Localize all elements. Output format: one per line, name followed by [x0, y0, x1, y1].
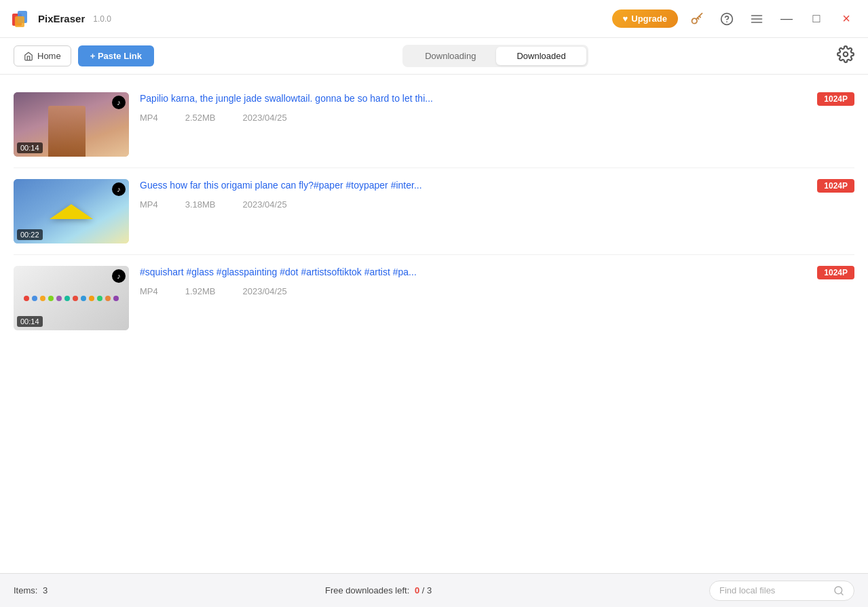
- video-meta: MP4 1.92MB 2023/04/25: [140, 286, 854, 296]
- items-count: 3: [43, 585, 48, 595]
- video-duration: 00:14: [17, 142, 43, 153]
- platform-badge: ♪: [112, 96, 126, 109]
- tab-group: Downloading Downloaded: [402, 45, 588, 67]
- close-button[interactable]: ×: [835, 8, 857, 30]
- tab-downloaded[interactable]: Downloaded: [496, 47, 586, 65]
- home-button[interactable]: Home: [14, 45, 71, 66]
- content-area: 00:14 ♪ Papilio karna, the jungle jade s…: [0, 75, 868, 573]
- video-info: Guess how far this origami plane can fly…: [140, 179, 854, 210]
- video-item: 00:14 ♪ #squishart #glass #glasspainting…: [14, 255, 854, 341]
- video-date: 2023/04/25: [243, 199, 287, 210]
- downloads-total: 3: [427, 585, 432, 595]
- platform-badge: ♪: [112, 182, 126, 196]
- video-title-row: Guess how far this origami plane can fly…: [140, 179, 854, 193]
- maximize-icon: □: [813, 12, 820, 26]
- titlebar: PixEraser 1.0.0 ♥ Upgrade: [0, 0, 868, 38]
- svg-point-9: [844, 52, 848, 56]
- paste-link-button[interactable]: + Paste Link: [78, 45, 154, 66]
- resolution-badge: 1024P: [817, 179, 854, 193]
- video-format: MP4: [140, 113, 158, 123]
- tiktok-icon: ♪: [117, 185, 121, 193]
- dot: [40, 296, 45, 301]
- app-name: PixEraser: [38, 13, 85, 24]
- maximize-button[interactable]: □: [806, 8, 827, 30]
- dot: [113, 296, 119, 301]
- free-downloads-label: Free downloades left:: [325, 585, 409, 595]
- dot: [56, 296, 62, 301]
- dot: [64, 296, 70, 301]
- dot: [81, 296, 86, 301]
- video-size: 1.92MB: [185, 286, 216, 296]
- search-icon: [833, 585, 844, 596]
- status-items: Items: 3: [14, 585, 48, 595]
- video-main: 00:14 ♪ #squishart #glass #glasspainting…: [14, 266, 854, 330]
- video-duration: 00:22: [17, 229, 43, 240]
- svg-line-11: [841, 593, 843, 595]
- video-meta: MP4 3.18MB 2023/04/25: [140, 199, 854, 210]
- settings-button[interactable]: [837, 45, 854, 67]
- svg-rect-2: [15, 16, 24, 27]
- statusbar: Items: 3 Free downloades left: 0 / 3: [0, 573, 868, 607]
- minimize-button[interactable]: —: [776, 8, 797, 30]
- video-date: 2023/04/25: [243, 113, 287, 123]
- video-info: #squishart #glass #glasspainting #dot #a…: [140, 266, 854, 296]
- items-label: Items:: [14, 585, 37, 595]
- dot: [32, 296, 37, 301]
- dot: [105, 296, 111, 301]
- video-title[interactable]: Guess how far this origami plane can fly…: [140, 179, 422, 193]
- dot: [24, 296, 29, 301]
- find-files-input[interactable]: [719, 585, 828, 595]
- toolbar-left: Home + Paste Link: [14, 45, 154, 66]
- tab-downloading[interactable]: Downloading: [404, 47, 496, 65]
- video-item: 00:14 ♪ Papilio karna, the jungle jade s…: [14, 81, 854, 168]
- find-files-wrapper: [709, 581, 854, 601]
- app-logo: [11, 8, 33, 30]
- tiktok-icon: ♪: [117, 272, 121, 280]
- video-format: MP4: [140, 286, 158, 296]
- help-button[interactable]: [716, 8, 738, 30]
- menu-button[interactable]: [746, 8, 768, 30]
- platform-badge: ♪: [112, 269, 126, 283]
- video-title[interactable]: #squishart #glass #glasspainting #dot #a…: [140, 266, 417, 279]
- close-icon: ×: [842, 11, 850, 26]
- tab-downloaded-label: Downloaded: [516, 51, 565, 61]
- video-thumbnail: 00:22 ♪: [14, 179, 129, 243]
- tab-downloading-label: Downloading: [425, 51, 476, 61]
- settings-icon: [837, 45, 854, 63]
- video-thumbnail: 00:14 ♪: [14, 266, 129, 330]
- paste-link-label: + Paste Link: [90, 51, 142, 61]
- video-thumbnail: 00:14 ♪: [14, 92, 129, 157]
- titlebar-left: PixEraser 1.0.0: [11, 8, 111, 30]
- video-duration: 00:14: [17, 316, 43, 327]
- dot: [48, 296, 54, 301]
- dot: [73, 296, 78, 301]
- video-main: 00:22 ♪ Guess how far this origami plane…: [14, 179, 854, 243]
- home-label: Home: [37, 51, 61, 61]
- resolution-badge: 1024P: [817, 266, 854, 279]
- upgrade-label: Upgrade: [631, 14, 667, 24]
- app-version: 1.0.0: [93, 14, 111, 24]
- heart-icon: ♥: [623, 14, 628, 24]
- video-title-row: Papilio karna, the jungle jade swallowta…: [140, 92, 854, 106]
- video-title[interactable]: Papilio karna, the jungle jade swallowta…: [140, 92, 433, 106]
- dot: [89, 296, 94, 301]
- video-size: 3.18MB: [185, 199, 216, 210]
- status-downloads: Free downloades left: 0 / 3: [325, 585, 432, 595]
- home-icon: [24, 52, 33, 61]
- upgrade-button[interactable]: ♥ Upgrade: [612, 9, 678, 28]
- video-title-row: #squishart #glass #glasspainting #dot #a…: [140, 266, 854, 279]
- downloads-separator: /: [422, 585, 425, 595]
- video-format: MP4: [140, 199, 158, 210]
- downloads-used: 0: [415, 585, 419, 595]
- video-item: 00:22 ♪ Guess how far this origami plane…: [14, 168, 854, 255]
- video-date: 2023/04/25: [243, 286, 287, 296]
- video-main: 00:14 ♪ Papilio karna, the jungle jade s…: [14, 92, 854, 157]
- key-icon-button[interactable]: [686, 8, 708, 30]
- tiktok-icon: ♪: [117, 98, 121, 106]
- video-size: 2.52MB: [185, 113, 216, 123]
- toolbar: Home + Paste Link Downloading Downloaded: [0, 38, 868, 75]
- minimize-icon: —: [780, 12, 793, 26]
- resolution-badge: 1024P: [817, 92, 854, 106]
- titlebar-right: ♥ Upgrade —: [612, 8, 857, 30]
- video-meta: MP4 2.52MB 2023/04/25: [140, 113, 854, 123]
